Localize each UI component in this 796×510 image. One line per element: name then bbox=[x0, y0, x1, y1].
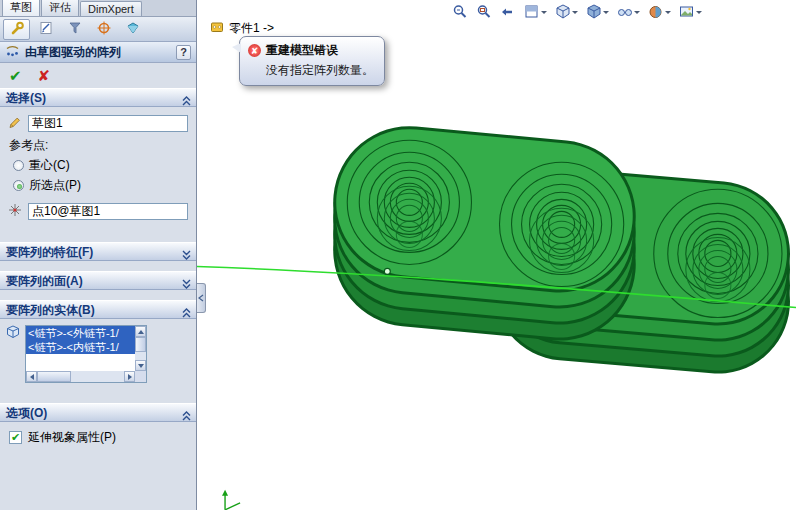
scroll-left-button[interactable] bbox=[26, 371, 37, 382]
dropdown-caret-icon[interactable] bbox=[603, 11, 609, 14]
horizontal-scrollbar[interactable] bbox=[26, 371, 135, 382]
scroll-right-button[interactable] bbox=[124, 371, 135, 382]
options-group-content: ✔ 延伸视象属性(P) bbox=[0, 422, 196, 453]
group-header-label: 要阵列的面(A) bbox=[6, 274, 83, 288]
heads-up-toolbar bbox=[452, 4, 702, 20]
group-header-bodies[interactable]: 要阵列的实体(B) bbox=[0, 300, 196, 319]
dropdown-caret-icon[interactable] bbox=[665, 11, 671, 14]
appearances-icon[interactable] bbox=[648, 4, 671, 20]
pattern-tab[interactable] bbox=[90, 19, 117, 40]
dropdown-caret-icon[interactable] bbox=[572, 11, 578, 14]
propagate-visual-label: 延伸视象属性(P) bbox=[28, 429, 116, 446]
wrench-icon bbox=[10, 21, 24, 38]
radio-selected-point-label: 所选点(P) bbox=[29, 177, 81, 194]
dropdown-caret-icon[interactable] bbox=[634, 11, 640, 14]
scrollbar-corner bbox=[135, 371, 146, 382]
chevron-down-icon bbox=[182, 247, 191, 266]
target-icon bbox=[97, 21, 111, 38]
tab-dimxpert[interactable]: DimXpert bbox=[80, 1, 142, 16]
solidworks-window: 草图 评估 DimXpert bbox=[0, 0, 796, 510]
origin-triad bbox=[222, 490, 240, 510]
pattern-feature-icon bbox=[210, 20, 224, 37]
tab-sketch[interactable]: 草图 bbox=[2, 0, 40, 16]
filter-tab[interactable] bbox=[61, 19, 88, 40]
chevron-up-icon bbox=[182, 305, 191, 324]
command-tab-bar: 草图 评估 DimXpert bbox=[0, 0, 196, 17]
solid-body-icon bbox=[6, 325, 21, 342]
dropdown-caret-icon[interactable] bbox=[541, 11, 547, 14]
flyout-tree-part[interactable]: 零件1 -> bbox=[210, 20, 274, 37]
confirm-row: ✔ ✘ bbox=[0, 63, 196, 88]
sketch-page-icon bbox=[39, 21, 53, 38]
sketch-driven-pattern-icon bbox=[5, 44, 20, 61]
group-header-features[interactable]: 要阵列的特征(F) bbox=[0, 242, 196, 261]
property-manager-panel: 草图 评估 DimXpert bbox=[0, 0, 197, 510]
funnel-icon bbox=[68, 21, 82, 38]
chevron-left-icon bbox=[198, 291, 204, 305]
pencil-icon bbox=[8, 115, 23, 132]
reference-point-label: 参考点: bbox=[9, 137, 188, 154]
zoom-in-out-icon[interactable] bbox=[452, 4, 468, 20]
cancel-button[interactable]: ✘ bbox=[38, 68, 51, 83]
bodies-list: <链节>-<外链节-1/ <链节>-<内链节-1/ bbox=[26, 326, 135, 371]
help-button[interactable]: ? bbox=[176, 45, 191, 60]
scroll-down-button[interactable] bbox=[135, 360, 146, 371]
panel-tab-strip bbox=[0, 17, 196, 42]
rebuild-error-tooltip: ✘ 重建模型错误 没有指定阵列数量。 bbox=[239, 36, 385, 86]
reference-point-field[interactable] bbox=[28, 203, 188, 220]
group-header-selection[interactable]: 选择(S) bbox=[0, 88, 196, 107]
propagate-visual-checkbox[interactable]: ✔ bbox=[9, 431, 22, 444]
bodies-group-content: <链节>-<外链节-1/ <链节>-<内链节-1/ bbox=[0, 319, 196, 391]
selection-group-content: 参考点: 重心(C) 所选点(P) bbox=[0, 107, 196, 232]
radio-selected-point[interactable]: 所选点(P) bbox=[13, 177, 188, 194]
radio-icon bbox=[13, 160, 24, 171]
group-header-faces[interactable]: 要阵列的面(A) bbox=[0, 271, 196, 290]
vertex-point-icon bbox=[8, 203, 23, 220]
zoom-to-area-icon[interactable] bbox=[476, 4, 492, 20]
bodies-listbox[interactable]: <链节>-<外链节-1/ <链节>-<内链节-1/ bbox=[25, 325, 147, 383]
part-name-label: 零件1 -> bbox=[229, 20, 274, 37]
scroll-up-button[interactable] bbox=[135, 326, 146, 337]
feature-manager-tab[interactable] bbox=[32, 19, 59, 40]
error-title: 重建模型错误 bbox=[266, 42, 338, 59]
radio-centroid[interactable]: 重心(C) bbox=[13, 157, 188, 174]
error-message: 没有指定阵列数量。 bbox=[266, 62, 374, 79]
display-style-icon[interactable] bbox=[586, 4, 609, 20]
group-header-label: 选择(S) bbox=[6, 91, 46, 105]
gem-icon bbox=[126, 21, 140, 38]
sketch-point-marker[interactable] bbox=[384, 268, 390, 274]
horizontal-scroll-thumb[interactable] bbox=[37, 371, 71, 382]
view-orientation-icon[interactable] bbox=[555, 4, 578, 20]
section-view-icon[interactable] bbox=[524, 4, 547, 20]
group-header-label: 要阵列的特征(F) bbox=[6, 245, 93, 259]
hide-show-items-icon[interactable] bbox=[617, 4, 640, 20]
vertical-scroll-thumb[interactable] bbox=[135, 337, 146, 352]
chevron-down-icon bbox=[182, 276, 191, 295]
ok-button[interactable]: ✔ bbox=[9, 68, 22, 83]
reference-sketch-field[interactable] bbox=[28, 115, 188, 132]
group-header-label: 选项(O) bbox=[6, 406, 47, 420]
property-manager-tab[interactable] bbox=[3, 19, 30, 40]
panel-collapse-tab[interactable] bbox=[197, 283, 206, 313]
error-icon: ✘ bbox=[248, 44, 261, 57]
group-header-label: 要阵列的实体(B) bbox=[6, 303, 95, 317]
panel-title: 由草图驱动的阵列 bbox=[25, 44, 121, 61]
scene-icon[interactable] bbox=[679, 4, 702, 20]
group-header-options[interactable]: 选项(O) bbox=[0, 403, 196, 422]
list-item[interactable]: <链节>-<内链节-1/ bbox=[26, 340, 135, 354]
chevron-up-icon bbox=[182, 408, 191, 427]
dropdown-caret-icon[interactable] bbox=[696, 11, 702, 14]
radio-centroid-label: 重心(C) bbox=[29, 157, 70, 174]
list-item[interactable]: <链节>-<外链节-1/ bbox=[26, 326, 135, 340]
radio-selected-icon bbox=[13, 180, 24, 191]
vertical-scrollbar[interactable] bbox=[135, 326, 146, 371]
dimxpert-manager-tab[interactable] bbox=[119, 19, 146, 40]
tab-evaluate[interactable]: 评估 bbox=[41, 0, 79, 16]
property-manager-title-bar: 由草图驱动的阵列 ? bbox=[0, 42, 196, 63]
previous-view-icon[interactable] bbox=[500, 4, 516, 20]
chevron-up-icon bbox=[182, 93, 191, 112]
graphics-viewport[interactable]: 零件1 -> ✘ 重建模型错误 没有指定阵列数量。 bbox=[197, 0, 796, 510]
